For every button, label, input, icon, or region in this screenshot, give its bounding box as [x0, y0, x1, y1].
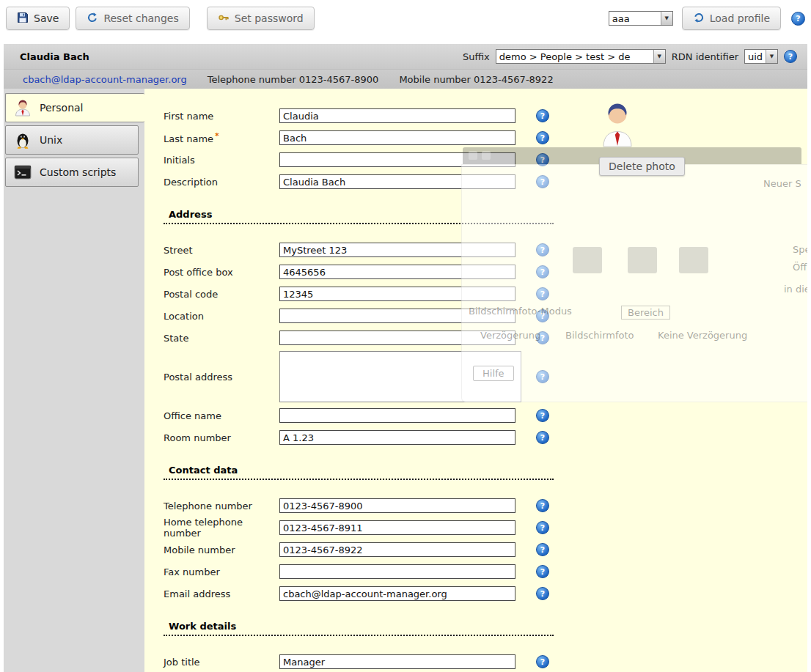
- tab-custom-scripts[interactable]: Custom scripts: [5, 158, 139, 187]
- section-header-contact: Contact data: [164, 465, 554, 480]
- field-row: Home telephone number ?: [164, 517, 807, 539]
- section-header-work: Work details: [164, 621, 554, 636]
- field-row: Fax number ?: [164, 561, 807, 583]
- help-icon[interactable]: ?: [536, 409, 549, 422]
- help-icon[interactable]: ?: [536, 153, 549, 166]
- sidebar: Personal Unix Custom scripts: [4, 89, 144, 672]
- account-header-controls: Suffix demo > People > test > de ▼ RDN i…: [463, 49, 807, 64]
- office-name-input[interactable]: [279, 408, 515, 423]
- field-label: Last name*: [164, 131, 279, 144]
- email-address-input[interactable]: [279, 586, 515, 601]
- set-password-button[interactable]: Set password: [207, 7, 315, 30]
- tab-unix[interactable]: Unix: [5, 125, 139, 155]
- street-input[interactable]: [279, 243, 515, 257]
- help-icon[interactable]: ?: [536, 287, 549, 300]
- personal-tab-content: First name ? Last name* ? Initials ? Des…: [144, 89, 807, 672]
- set-password-label: Set password: [235, 12, 304, 24]
- field-row: Street ?: [164, 239, 807, 261]
- help-icon[interactable]: ?: [784, 50, 797, 63]
- help-icon[interactable]: ?: [536, 565, 549, 578]
- home-telephone-input[interactable]: [279, 520, 515, 535]
- field-row: State ?: [164, 327, 807, 349]
- delete-photo-button[interactable]: Delete photo: [599, 157, 685, 176]
- help-icon[interactable]: ?: [536, 265, 549, 278]
- help-icon[interactable]: ?: [536, 521, 549, 534]
- help-icon[interactable]: ?: [536, 587, 549, 600]
- field-label: Telephone number: [164, 501, 279, 512]
- user-photo: [601, 102, 634, 149]
- account-header-row1: Claudia Bach Suffix demo > People > test…: [4, 44, 807, 70]
- mobile-number-input[interactable]: [279, 542, 515, 557]
- field-row: Last name* ?: [164, 127, 807, 149]
- description-input[interactable]: [279, 174, 515, 189]
- field-row: Telephone number ?: [164, 495, 807, 517]
- profile-select[interactable]: aaa ▼: [609, 11, 673, 26]
- save-button[interactable]: Save: [6, 7, 70, 30]
- tab-personal[interactable]: Personal: [5, 93, 144, 122]
- help-icon[interactable]: ?: [536, 243, 549, 256]
- field-row: Mobile number ?: [164, 539, 807, 561]
- field-label: Postal code: [164, 289, 279, 300]
- help-icon[interactable]: ?: [536, 331, 549, 344]
- account-page: Claudia Bach Suffix demo > People > test…: [4, 44, 807, 672]
- chevron-down-icon: ▼: [766, 50, 777, 63]
- field-row: Room number ?: [164, 427, 807, 448]
- room-number-input[interactable]: [279, 430, 515, 445]
- main-area: Personal Unix Custom scripts First name: [4, 89, 807, 672]
- field-label: Job title: [164, 657, 279, 668]
- field-row: Post office box ?: [164, 261, 807, 283]
- field-row: Office name ?: [164, 405, 807, 427]
- field-row: Postal code ?: [164, 283, 807, 305]
- postal-address-textarea[interactable]: [279, 351, 521, 402]
- telephone-number-input[interactable]: [279, 498, 515, 513]
- key-icon: [218, 12, 230, 26]
- terminal-icon: [12, 163, 32, 182]
- save-label: Save: [34, 12, 59, 24]
- reset-changes-button[interactable]: Reset changes: [76, 7, 189, 30]
- help-icon[interactable]: ?: [536, 131, 549, 144]
- help-icon[interactable]: ?: [536, 175, 549, 188]
- header-phone: Telephone number 0123-4567-8900: [208, 74, 379, 85]
- field-row: Postal address ?: [164, 349, 807, 405]
- postal-code-input[interactable]: [279, 287, 515, 301]
- help-icon[interactable]: ?: [536, 543, 549, 556]
- field-label: State: [164, 333, 279, 344]
- help-icon[interactable]: ?: [536, 370, 549, 383]
- field-label: Office name: [164, 410, 279, 421]
- first-name-input[interactable]: [279, 108, 515, 123]
- field-label: Post office box: [164, 267, 279, 278]
- field-label: Mobile number: [164, 544, 279, 555]
- location-input[interactable]: [279, 309, 515, 323]
- page-title: Claudia Bach: [4, 51, 89, 62]
- rdn-select[interactable]: uid ▼: [744, 49, 778, 64]
- field-row: Location ?: [164, 305, 807, 327]
- help-icon[interactable]: ?: [536, 109, 549, 122]
- job-title-input[interactable]: [279, 654, 515, 669]
- last-name-input[interactable]: [279, 130, 515, 145]
- chevron-down-icon: ▼: [653, 50, 665, 63]
- initials-input[interactable]: [279, 152, 515, 167]
- help-icon[interactable]: ?: [536, 499, 549, 512]
- toolbar: Save Reset changes Set password aaa ▼ Lo…: [0, 0, 811, 37]
- help-icon[interactable]: ?: [536, 309, 549, 322]
- help-icon[interactable]: ?: [791, 12, 805, 26]
- field-row: Job title ?: [164, 651, 807, 672]
- help-icon[interactable]: ?: [536, 655, 549, 668]
- account-header: Claudia Bach Suffix demo > People > test…: [4, 44, 807, 89]
- account-header-row2: cbach@ldap-account-manager.org Telephone…: [4, 70, 807, 89]
- header-mobile: Mobile number 0123-4567-8922: [399, 74, 553, 85]
- field-label: Room number: [164, 432, 279, 443]
- email-link[interactable]: cbach@ldap-account-manager.org: [23, 74, 187, 85]
- section-header-address: Address: [164, 209, 554, 224]
- field-label: First name: [164, 111, 279, 122]
- field-label: Location: [164, 311, 279, 322]
- required-marker: *: [215, 131, 219, 141]
- rdn-select-value: uid: [745, 50, 766, 63]
- load-profile-button[interactable]: Load profile: [682, 7, 781, 30]
- post-office-box-input[interactable]: [279, 265, 515, 279]
- suffix-select[interactable]: demo > People > test > de ▼: [496, 49, 666, 64]
- fax-number-input[interactable]: [279, 564, 515, 579]
- state-input[interactable]: [279, 331, 515, 345]
- help-icon[interactable]: ?: [536, 431, 549, 444]
- profile-select-value: aaa: [609, 12, 661, 25]
